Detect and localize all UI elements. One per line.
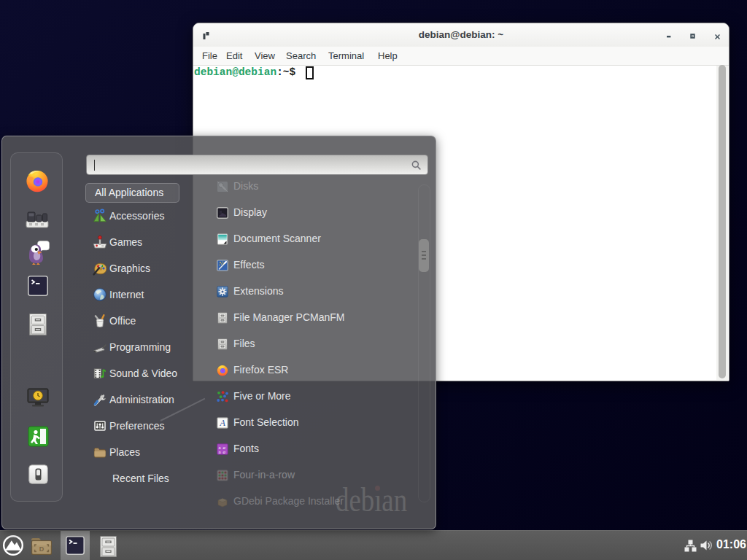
svg-text:D: D — [39, 545, 44, 553]
svg-text:A: A — [220, 418, 226, 428]
svg-text:a: a — [223, 449, 226, 455]
